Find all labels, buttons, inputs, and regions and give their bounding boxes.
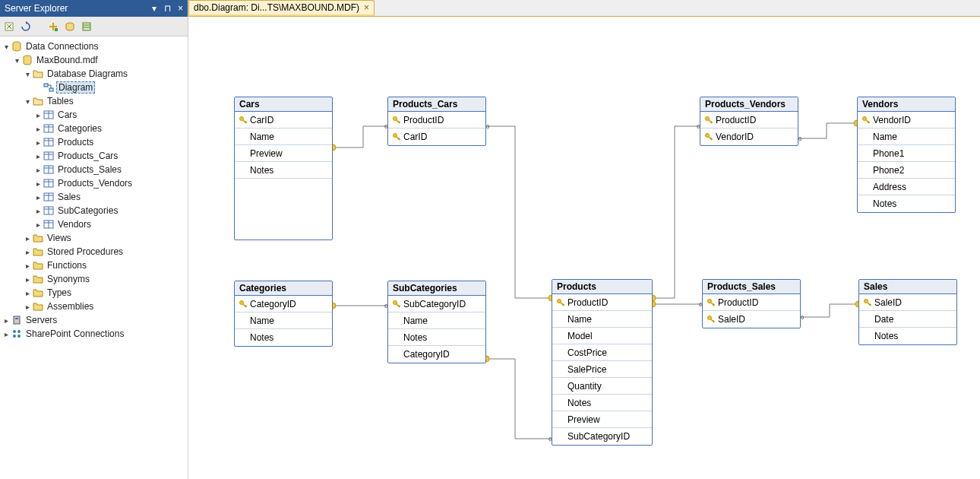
- twisty-none[interactable]: [33, 83, 43, 92]
- column-row[interactable]: CategoryID: [235, 296, 332, 312]
- chevron-right-icon[interactable]: ▸: [33, 179, 43, 188]
- column-row[interactable]: Notes: [859, 328, 956, 344]
- refresh-icon[interactable]: [20, 21, 32, 33]
- tree-item-subcategories[interactable]: ▸SubCategories: [2, 204, 186, 217]
- column-row[interactable]: VendorID: [858, 112, 955, 128]
- table-cars[interactable]: CarsCarIDNamePreviewNotes: [234, 97, 333, 240]
- column-row[interactable]: Phone1: [858, 145, 955, 162]
- table-sales[interactable]: SalesSaleIDDateNotes: [858, 279, 957, 345]
- tab-close-icon[interactable]: ×: [364, 2, 369, 13]
- column-row[interactable]: SubCategoryID: [388, 296, 485, 312]
- chevron-right-icon[interactable]: ▸: [2, 316, 11, 325]
- tree-item-sales[interactable]: ▸Sales: [2, 190, 186, 204]
- tree-item-synonyms[interactable]: ▸Synonyms: [2, 272, 186, 286]
- column-row[interactable]: ProductID: [388, 112, 485, 128]
- column-row[interactable]: Preview: [235, 145, 332, 162]
- chevron-right-icon[interactable]: ▸: [23, 274, 32, 284]
- pin-icon[interactable]: ⊓: [164, 3, 171, 14]
- table-products[interactable]: ProductsProductIDNameModelCostPriceSaleP…: [552, 279, 653, 446]
- tree-item-products-cars[interactable]: ▸Products_Cars: [2, 149, 186, 163]
- tree-item-assemblies[interactable]: ▸Assemblies: [2, 300, 186, 313]
- column-row[interactable]: Name: [235, 128, 332, 145]
- column-row[interactable]: Name: [552, 311, 652, 328]
- column-row[interactable]: Notes: [388, 329, 485, 346]
- column-row[interactable]: ProductID: [703, 294, 800, 311]
- chevron-down-icon[interactable]: ▾: [23, 69, 32, 78]
- column-row[interactable]: ProductID: [700, 112, 798, 128]
- column-row[interactable]: Quantity: [552, 378, 652, 395]
- column-row[interactable]: Notes: [858, 195, 955, 212]
- column-row[interactable]: SalePrice: [552, 361, 652, 378]
- column-row[interactable]: Notes: [552, 395, 652, 411]
- tree-item-functions[interactable]: ▸Functions: [2, 259, 186, 272]
- column-row[interactable]: SaleID: [859, 294, 956, 311]
- tree-item-products-sales[interactable]: ▸Products_Sales: [2, 163, 186, 176]
- tree-item-tables[interactable]: ▾Tables: [2, 94, 186, 108]
- chevron-right-icon[interactable]: ▸: [23, 302, 32, 311]
- column-row[interactable]: SaleID: [703, 311, 800, 328]
- column-row[interactable]: Name: [858, 128, 955, 145]
- chevron-right-icon[interactable]: ▸: [33, 165, 43, 174]
- column-row[interactable]: SubCategoryID: [552, 428, 652, 445]
- column-row[interactable]: VendorID: [700, 128, 798, 145]
- column-row[interactable]: ProductID: [552, 294, 652, 311]
- chevron-right-icon[interactable]: ▸: [33, 110, 43, 119]
- close-icon[interactable]: ×: [178, 3, 183, 14]
- tree-view[interactable]: ▾Data Connections▾MaxBound.mdf▾Database …: [0, 36, 188, 479]
- tree-item-views[interactable]: ▸Views: [2, 231, 186, 245]
- chevron-right-icon[interactable]: ▸: [23, 247, 32, 256]
- tab-diagram[interactable]: dbo.Diagram: Di...TS\MAXBOUND.MDF) ×: [188, 0, 375, 16]
- chevron-right-icon[interactable]: ▸: [33, 206, 43, 215]
- column-row[interactable]: Name: [388, 312, 485, 329]
- table-vendors[interactable]: VendorsVendorIDNamePhone1Phone2AddressNo…: [857, 97, 956, 213]
- chevron-down-icon[interactable]: ▾: [2, 42, 11, 51]
- tree-item-products-vendors[interactable]: ▸Products_Vendors: [2, 176, 186, 190]
- tree-item-database-diagrams[interactable]: ▾Database Diagrams: [2, 67, 186, 81]
- table-products_vendors[interactable]: Products_VendorsProductIDVendorID: [700, 97, 798, 146]
- tree-item-stored-procedures[interactable]: ▸Stored Procedures: [2, 245, 186, 259]
- column-row[interactable]: CostPrice: [552, 344, 652, 361]
- tree-item-data-connections[interactable]: ▾Data Connections: [2, 40, 186, 53]
- chevron-right-icon[interactable]: ▸: [23, 261, 32, 270]
- column-row[interactable]: Preview: [552, 411, 652, 428]
- chevron-down-icon[interactable]: ▾: [12, 56, 21, 65]
- chevron-down-icon[interactable]: ▾: [23, 97, 32, 106]
- tree-item-diagram[interactable]: Diagram: [2, 81, 186, 94]
- chevron-right-icon[interactable]: ▸: [33, 192, 43, 201]
- add-connection-icon[interactable]: [47, 21, 59, 33]
- column-row[interactable]: CarID: [235, 112, 332, 128]
- chevron-right-icon[interactable]: ▸: [33, 124, 43, 133]
- column-row[interactable]: Address: [858, 179, 955, 195]
- tree-item-vendors[interactable]: ▸Vendors: [2, 217, 186, 231]
- tree-item-servers[interactable]: ▸Servers: [2, 313, 186, 327]
- column-row[interactable]: Notes: [235, 329, 332, 346]
- tree-item-categories[interactable]: ▸Categories: [2, 122, 186, 135]
- column-row[interactable]: CategoryID: [388, 346, 485, 363]
- table-categories[interactable]: CategoriesCategoryIDNameNotes: [234, 281, 333, 347]
- tree-item-types[interactable]: ▸Types: [2, 286, 186, 300]
- table-products_sales[interactable]: Products_SalesProductIDSaleID: [702, 279, 801, 328]
- column-row[interactable]: CarID: [388, 128, 485, 145]
- diagram-surface[interactable]: ∞∞∞∞∞∞∞∞ CarsCarIDNamePreviewNotesProduc…: [188, 17, 980, 479]
- column-row[interactable]: Phone2: [858, 162, 955, 179]
- tree-item-cars[interactable]: ▸Cars: [2, 108, 186, 122]
- chevron-right-icon[interactable]: ▸: [33, 220, 43, 229]
- chevron-right-icon[interactable]: ▸: [33, 151, 43, 160]
- tree-item-products[interactable]: ▸Products: [2, 135, 186, 149]
- chevron-right-icon[interactable]: ▸: [23, 288, 32, 297]
- chevron-right-icon[interactable]: ▸: [2, 329, 11, 338]
- tree-item-sharepoint-connections[interactable]: ▸SharePoint Connections: [2, 327, 186, 341]
- tree-item-maxbound-mdf[interactable]: ▾MaxBound.mdf: [2, 53, 186, 67]
- chevron-right-icon[interactable]: ▸: [23, 233, 32, 243]
- db-icon[interactable]: [64, 21, 76, 33]
- chevron-right-icon[interactable]: ▸: [33, 138, 43, 147]
- list-icon[interactable]: [81, 21, 93, 33]
- table-subcategories[interactable]: SubCategoriesSubCategoryIDNameNotesCateg…: [387, 281, 486, 363]
- table-products_cars[interactable]: Products_CarsProductIDCarID: [387, 97, 486, 146]
- dropdown-icon[interactable]: ▾: [152, 3, 156, 14]
- column-row[interactable]: Date: [859, 311, 956, 328]
- column-row[interactable]: Model: [552, 328, 652, 344]
- connect-icon[interactable]: [3, 21, 15, 33]
- column-row[interactable]: Name: [235, 312, 332, 329]
- column-row[interactable]: Notes: [235, 162, 332, 179]
